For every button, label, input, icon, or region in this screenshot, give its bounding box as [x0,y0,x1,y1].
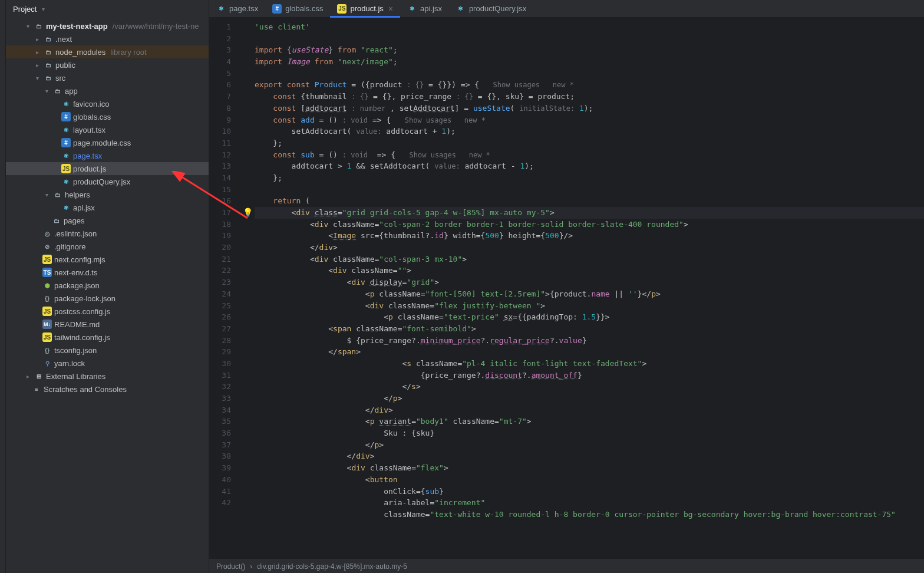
tab-label: page.tsx [229,4,258,13]
tree-item-nextenv[interactable]: TS next-env.d.ts [6,266,209,279]
folder-icon: 🗀 [44,34,53,44]
chevron-down-icon: ▾ [42,87,51,95]
markdown-icon: M↓ [42,320,52,329]
tree-item-nodemodules[interactable]: ▸ 🗀 node_modules library root [6,45,209,58]
tree-label: package-lock.json [54,294,116,303]
tree-label: my-test-next-app [46,22,108,31]
npm-icon: ⬢ [42,281,52,290]
css-icon: # [61,138,71,147]
editor-area: ⚛ page.tsx # globals.css JS product.js ×… [209,0,924,573]
tree-item-apijsx[interactable]: ⚛ api.jsx [6,201,209,214]
tree-item-globals[interactable]: # globals.css [6,110,209,123]
library-icon: ⊞ [34,371,44,381]
tree-label: tsconfig.json [54,346,97,355]
close-icon[interactable]: × [388,4,393,14]
folder-icon: 🗀 [34,21,44,31]
lightbulb-icon[interactable]: 💡 [243,207,253,219]
tree-label: layout.tsx [73,126,105,134]
tree-item-favicon[interactable]: ⚛ favicon.ico [6,97,209,110]
tab-page[interactable]: ⚛ page.tsx [209,0,265,17]
tab-globals[interactable]: # globals.css [265,0,330,17]
tab-label: product.js [350,4,383,13]
breadcrumb-bar[interactable]: Product() › div.grid.grid-cols-5.gap-4.w… [209,559,924,573]
folder-icon: 🗀 [44,47,53,57]
breadcrumb-separator: › [250,562,252,571]
tree-label: product.js [73,164,106,173]
tree-label: next.config.mjs [54,255,105,264]
code-content[interactable]: 'use client'import {useState} from "reac… [255,18,924,559]
tree-label: pages [64,216,84,225]
tree-item-productquery[interactable]: ⚛ productQuery.jsx [6,175,209,188]
js-icon: JS [61,164,71,173]
yarn-icon: ⚲ [42,358,52,368]
css-icon: # [61,112,71,121]
tree-item-eslintrc[interactable]: ◎ .eslintrc.json [6,227,209,240]
react-icon: ⚛ [407,4,417,14]
tree-label: package.json [54,281,100,290]
tree-item-postcss[interactable]: JS postcss.config.js [6,305,209,318]
react-icon: ⚛ [61,177,71,186]
json-icon: {} [42,294,52,303]
tree-path-hint: /var/www/html/my-test-ne [113,22,199,31]
tab-label: globals.css [285,4,323,13]
tree-item-packagejson[interactable]: ⬢ package.json [6,279,209,292]
code-editor[interactable]: 1234567891011121314151617181920212223242… [209,18,924,559]
chevron-right-icon: ▸ [33,48,41,56]
tree-label: globals.css [73,113,111,121]
tool-window-rail[interactable] [0,0,6,573]
tree-item-pagetsx[interactable]: ⚛ page.tsx [6,149,209,162]
gitignore-icon: ⊘ [42,242,52,251]
tree-item-extlibs[interactable]: ▸ ⊞ External Libraries [6,370,209,383]
tree-item-scratches[interactable]: ≡ Scratches and Consoles [6,383,209,396]
tree-item-packagelock[interactable]: {} package-lock.json [6,292,209,305]
project-header[interactable]: Project ▾ [6,0,209,18]
folder-icon: 🗀 [53,190,62,199]
tab-product[interactable]: JS product.js × [330,0,400,17]
tree-item-pagemodule[interactable]: # page.module.css [6,136,209,149]
tree-item-layout[interactable]: ⚛ layout.tsx [6,123,209,136]
chevron-right-icon: ▸ [24,372,32,380]
tree-item-tsconfig[interactable]: {} tsconfig.json [6,344,209,357]
tree-label: Scratches and Consoles [44,385,127,394]
json-icon: ◎ [42,229,52,238]
ts-icon: TS [42,268,52,277]
tree-item-public[interactable]: ▸ 🗀 public [6,58,209,71]
tree-label: src [55,74,65,83]
chevron-down-icon: ▾ [33,74,41,82]
js-icon: JS [42,255,52,264]
tree-item-pages[interactable]: 🗀 pages [6,214,209,227]
tree-item-nextconfig[interactable]: JS next.config.mjs [6,253,209,266]
line-gutter: 1234567891011121314151617181920212223242… [209,18,242,559]
tree-label: postcss.config.js [54,307,110,316]
tab-api[interactable]: ⚛ api.jsx [400,0,449,17]
tree-label: favicon.ico [73,100,109,108]
folder-icon: 🗀 [52,216,61,225]
tab-productquery[interactable]: ⚛ productQuery.jsx [449,0,533,17]
tree-item-readme[interactable]: M↓ README.md [6,318,209,331]
tree-item-helpers[interactable]: ▾ 🗀 helpers [6,188,209,201]
react-icon: ⚛ [61,151,71,160]
tree-item-app[interactable]: ▾ 🗀 app [6,84,209,97]
scratches-icon: ≡ [32,384,41,394]
tree-label: tailwind.config.js [54,333,110,342]
tree-label: .gitignore [54,242,85,251]
react-icon: ⚛ [61,125,71,134]
tree-item-next[interactable]: ▸ 🗀 .next [6,32,209,45]
tab-label: productQuery.jsx [469,4,526,13]
tree-label: productQuery.jsx [73,177,130,186]
tree-label: helpers [65,190,90,199]
json-icon: {} [42,345,52,355]
tree-item-gitignore[interactable]: ⊘ .gitignore [6,240,209,253]
tree-item-productjs[interactable]: JS product.js [6,162,209,175]
tree-item-yarnlock[interactable]: ⚲ yarn.lock [6,357,209,370]
tree-item-tailwind[interactable]: JS tailwind.config.js [6,331,209,344]
chevron-right-icon: ▸ [33,61,41,69]
breadcrumb-item[interactable]: Product() [216,562,245,571]
tree-item-src[interactable]: ▾ 🗀 src [6,71,209,84]
breadcrumb-item[interactable]: div.grid.grid-cols-5.gap-4.w-[85%].mx-au… [257,562,407,571]
tree-label: .next [55,35,72,44]
project-tree[interactable]: ▾ 🗀 my-test-next-app /var/www/html/my-te… [6,18,209,573]
tree-label: public [55,61,75,70]
chevron-down-icon: ▾ [24,22,32,30]
tree-root[interactable]: ▾ 🗀 my-test-next-app /var/www/html/my-te… [6,19,209,32]
